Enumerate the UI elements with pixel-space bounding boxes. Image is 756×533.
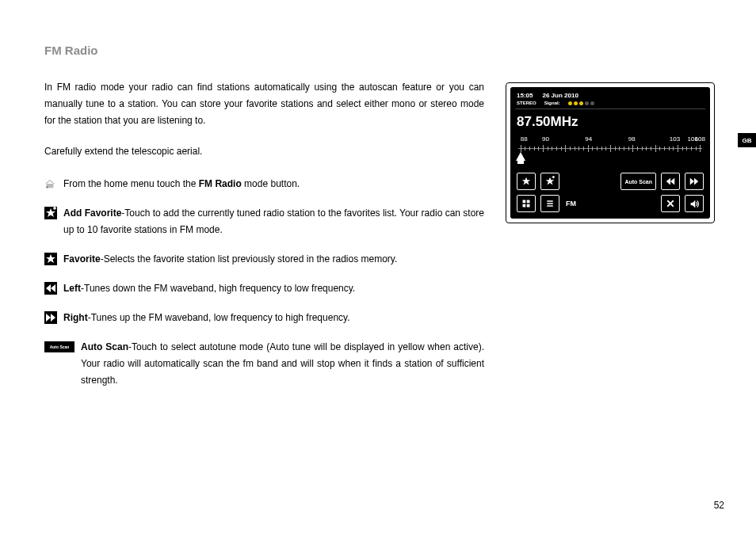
item-left-text: Left-Tunes down the FM waveband, high fr… xyxy=(63,280,484,297)
item-add-favorite: Add Favorite-Touch to add the currently … xyxy=(44,205,484,238)
intro-paragraph-2: Carefully extend the telescopic aerial. xyxy=(44,143,484,160)
svg-marker-19 xyxy=(670,178,674,185)
volume-button[interactable] xyxy=(685,195,704,212)
instruction-list: From the home menu touch the FM Radio mo… xyxy=(44,176,484,389)
language-tab-gb: GB xyxy=(738,133,756,147)
svg-marker-21 xyxy=(694,178,698,185)
item-favorite: Favorite-Selects the favorite station li… xyxy=(44,251,484,268)
signal-label: Signal: xyxy=(544,101,560,105)
item-right-text: Right-Tunes up the FM waveband, low freq… xyxy=(63,310,484,326)
item-right: Right-Tunes up the FM waveband, low freq… xyxy=(44,310,484,326)
tuning-dial[interactable]: 88909498103106108 xyxy=(517,141,704,168)
item-autoscan: Auto Scan Auto Scan-Touch to select auto… xyxy=(44,339,484,389)
svg-rect-5 xyxy=(54,207,55,210)
svg-marker-14 xyxy=(522,177,531,185)
svg-rect-22 xyxy=(523,200,526,204)
svg-rect-26 xyxy=(547,200,553,202)
home-touch-icon xyxy=(44,178,55,189)
item-left: Left-Tunes down the FM waveband, high fr… xyxy=(44,280,484,297)
svg-rect-17 xyxy=(553,176,554,178)
page-number: 52 xyxy=(714,500,724,511)
svg-point-1 xyxy=(46,186,48,188)
mode-label: FM xyxy=(566,200,576,207)
menu-list-button[interactable] xyxy=(540,195,559,212)
radio-screenshot: 15:05 26 Jun 2010 STEREO Signal: 87.50MH… xyxy=(506,82,715,223)
svg-marker-18 xyxy=(666,178,670,185)
clock-date: 26 Jun 2010 xyxy=(542,92,578,99)
svg-rect-24 xyxy=(523,204,526,207)
tune-left-button[interactable] xyxy=(661,173,680,190)
page-title: FM Radio xyxy=(44,44,98,57)
favorite-button[interactable] xyxy=(517,173,536,190)
add-favorite-button[interactable] xyxy=(540,173,559,190)
svg-rect-25 xyxy=(527,204,530,207)
body-column: In FM radio mode your radio can find sta… xyxy=(44,79,484,389)
svg-marker-15 xyxy=(546,177,555,185)
svg-marker-20 xyxy=(690,178,694,185)
svg-marker-31 xyxy=(690,200,695,207)
svg-rect-28 xyxy=(547,205,553,207)
item-home: From the home menu touch the FM Radio mo… xyxy=(44,176,484,192)
frequency-display: 87.50MHz xyxy=(517,114,704,130)
item-favorite-text: Favorite-Selects the favorite station li… xyxy=(63,251,484,268)
add-favorite-icon xyxy=(44,207,57,219)
auto-scan-button[interactable]: Auto Scan xyxy=(620,173,656,190)
tune-right-button[interactable] xyxy=(685,173,704,190)
item-autoscan-text: Auto Scan-Touch to select autotune mode … xyxy=(81,339,484,389)
favorite-icon xyxy=(44,253,57,265)
tune-left-icon xyxy=(44,282,57,295)
stereo-indicator: STEREO xyxy=(517,101,536,105)
home-grid-button[interactable] xyxy=(517,195,536,212)
signal-strength xyxy=(568,101,594,105)
tune-right-icon xyxy=(44,311,57,324)
svg-rect-27 xyxy=(547,203,553,204)
close-button[interactable] xyxy=(661,195,680,212)
item-home-text: From the home menu touch the FM Radio mo… xyxy=(63,176,484,192)
intro-paragraph-1: In FM radio mode your radio can find sta… xyxy=(44,79,484,129)
clock-time: 15:05 xyxy=(517,92,533,99)
svg-rect-23 xyxy=(527,200,530,204)
item-add-favorite-text: Add Favorite-Touch to add the currently … xyxy=(63,205,484,238)
auto-scan-icon: Auto Scan xyxy=(44,341,74,352)
